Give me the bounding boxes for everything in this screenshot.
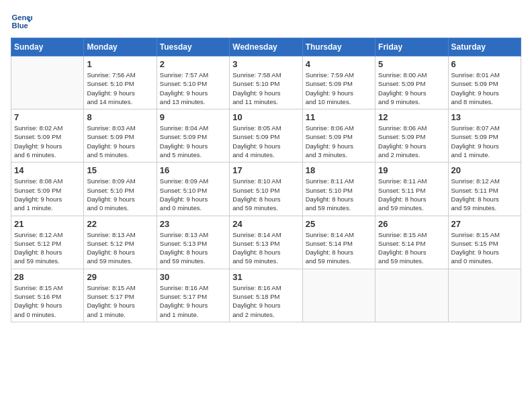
day-info: Sunrise: 8:15 AM Sunset: 5:15 PM Dayligh…: [451, 230, 518, 266]
calendar-cell: 13Sunrise: 8:07 AM Sunset: 5:09 PM Dayli…: [448, 109, 521, 163]
calendar-cell: [302, 269, 375, 322]
day-header-sunday: Sunday: [11, 38, 84, 56]
calendar-cell: 19Sunrise: 8:11 AM Sunset: 5:11 PM Dayli…: [375, 163, 448, 216]
calendar-cell: 16Sunrise: 8:09 AM Sunset: 5:10 PM Dayli…: [157, 163, 229, 216]
calendar-cell: 3Sunrise: 7:58 AM Sunset: 5:10 PM Daylig…: [230, 56, 302, 109]
day-info: Sunrise: 8:09 AM Sunset: 5:10 PM Dayligh…: [87, 177, 153, 212]
page-header: General Blue: [11, 11, 521, 32]
calendar-cell: 31Sunrise: 8:16 AM Sunset: 5:18 PM Dayli…: [230, 269, 302, 322]
calendar-cell: 10Sunrise: 8:05 AM Sunset: 5:09 PM Dayli…: [230, 109, 302, 163]
day-info: Sunrise: 7:59 AM Sunset: 5:09 PM Dayligh…: [306, 71, 372, 106]
day-header-saturday: Saturday: [448, 38, 521, 56]
day-info: Sunrise: 7:56 AM Sunset: 5:10 PM Dayligh…: [87, 71, 153, 106]
day-info: Sunrise: 8:16 AM Sunset: 5:18 PM Dayligh…: [232, 283, 299, 319]
day-number: 2: [160, 59, 226, 69]
day-number: 24: [232, 219, 299, 229]
calendar-cell: [11, 56, 84, 109]
day-info: Sunrise: 8:15 AM Sunset: 5:14 PM Dayligh…: [378, 230, 445, 266]
day-number: 19: [378, 165, 445, 175]
day-number: 5: [378, 59, 445, 69]
calendar-cell: 24Sunrise: 8:14 AM Sunset: 5:13 PM Dayli…: [230, 216, 302, 269]
calendar-cell: 29Sunrise: 8:15 AM Sunset: 5:17 PM Dayli…: [84, 269, 157, 322]
day-number: 27: [451, 219, 518, 229]
day-info: Sunrise: 8:03 AM Sunset: 5:09 PM Dayligh…: [87, 124, 153, 159]
day-info: Sunrise: 8:11 AM Sunset: 5:11 PM Dayligh…: [378, 177, 445, 212]
day-info: Sunrise: 8:05 AM Sunset: 5:09 PM Dayligh…: [232, 124, 299, 159]
day-number: 1: [87, 59, 153, 69]
day-info: Sunrise: 8:02 AM Sunset: 5:09 PM Dayligh…: [14, 124, 81, 159]
calendar-week-row: 21Sunrise: 8:12 AM Sunset: 5:12 PM Dayli…: [11, 216, 521, 269]
day-info: Sunrise: 8:07 AM Sunset: 5:09 PM Dayligh…: [451, 124, 518, 159]
calendar-cell: 21Sunrise: 8:12 AM Sunset: 5:12 PM Dayli…: [11, 216, 84, 269]
calendar-cell: 9Sunrise: 8:04 AM Sunset: 5:09 PM Daylig…: [157, 109, 229, 163]
calendar-cell: 28Sunrise: 8:15 AM Sunset: 5:16 PM Dayli…: [11, 269, 84, 322]
calendar-cell: 8Sunrise: 8:03 AM Sunset: 5:09 PM Daylig…: [84, 109, 157, 163]
calendar-cell: 26Sunrise: 8:15 AM Sunset: 5:14 PM Dayli…: [375, 216, 448, 269]
day-info: Sunrise: 8:11 AM Sunset: 5:10 PM Dayligh…: [306, 177, 372, 212]
calendar-cell: 2Sunrise: 7:57 AM Sunset: 5:10 PM Daylig…: [157, 56, 229, 109]
calendar-cell: 25Sunrise: 8:14 AM Sunset: 5:14 PM Dayli…: [302, 216, 375, 269]
day-number: 12: [378, 112, 445, 122]
day-info: Sunrise: 8:06 AM Sunset: 5:09 PM Dayligh…: [306, 124, 372, 159]
day-number: 17: [232, 165, 299, 175]
day-info: Sunrise: 8:16 AM Sunset: 5:17 PM Dayligh…: [160, 283, 226, 319]
calendar-cell: 23Sunrise: 8:13 AM Sunset: 5:13 PM Dayli…: [157, 216, 229, 269]
calendar-cell: 15Sunrise: 8:09 AM Sunset: 5:10 PM Dayli…: [84, 163, 157, 216]
day-number: 22: [87, 219, 153, 229]
calendar-cell: 30Sunrise: 8:16 AM Sunset: 5:17 PM Dayli…: [157, 269, 229, 322]
calendar-cell: 12Sunrise: 8:06 AM Sunset: 5:09 PM Dayli…: [375, 109, 448, 163]
day-number: 25: [306, 219, 372, 229]
calendar-cell: [375, 269, 448, 322]
day-info: Sunrise: 8:13 AM Sunset: 5:12 PM Dayligh…: [87, 230, 153, 266]
day-number: 4: [306, 59, 372, 69]
day-number: 23: [160, 219, 226, 229]
day-number: 26: [378, 219, 445, 229]
day-number: 29: [87, 272, 153, 282]
day-number: 28: [14, 272, 81, 282]
day-info: Sunrise: 8:04 AM Sunset: 5:09 PM Dayligh…: [160, 124, 226, 159]
calendar-cell: 7Sunrise: 8:02 AM Sunset: 5:09 PM Daylig…: [11, 109, 84, 163]
calendar-cell: 20Sunrise: 8:12 AM Sunset: 5:11 PM Dayli…: [448, 163, 521, 216]
calendar-table: SundayMondayTuesdayWednesdayThursdayFrid…: [11, 38, 521, 322]
day-number: 14: [14, 165, 81, 175]
calendar-week-row: 1Sunrise: 7:56 AM Sunset: 5:10 PM Daylig…: [11, 56, 521, 109]
day-number: 10: [232, 112, 299, 122]
calendar-header-row: SundayMondayTuesdayWednesdayThursdayFrid…: [11, 38, 521, 56]
day-number: 16: [160, 165, 226, 175]
day-number: 7: [14, 112, 81, 122]
day-info: Sunrise: 7:58 AM Sunset: 5:10 PM Dayligh…: [232, 71, 299, 106]
day-number: 30: [160, 272, 226, 282]
logo: General Blue: [11, 11, 35, 32]
calendar-cell: 17Sunrise: 8:10 AM Sunset: 5:10 PM Dayli…: [230, 163, 302, 216]
day-info: Sunrise: 8:12 AM Sunset: 5:11 PM Dayligh…: [451, 177, 518, 212]
svg-text:Blue: Blue: [12, 21, 28, 30]
calendar-cell: 1Sunrise: 7:56 AM Sunset: 5:10 PM Daylig…: [84, 56, 157, 109]
calendar-cell: [448, 269, 521, 322]
calendar-cell: 11Sunrise: 8:06 AM Sunset: 5:09 PM Dayli…: [302, 109, 375, 163]
day-info: Sunrise: 8:15 AM Sunset: 5:17 PM Dayligh…: [87, 283, 153, 319]
day-number: 15: [87, 165, 153, 175]
day-number: 31: [232, 272, 299, 282]
day-header-friday: Friday: [375, 38, 448, 56]
day-info: Sunrise: 8:09 AM Sunset: 5:10 PM Dayligh…: [160, 177, 226, 212]
day-number: 11: [306, 112, 372, 122]
day-header-tuesday: Tuesday: [157, 38, 229, 56]
logo-icon: General Blue: [11, 11, 32, 32]
calendar-cell: 4Sunrise: 7:59 AM Sunset: 5:09 PM Daylig…: [302, 56, 375, 109]
day-header-thursday: Thursday: [302, 38, 375, 56]
calendar-cell: 5Sunrise: 8:00 AM Sunset: 5:09 PM Daylig…: [375, 56, 448, 109]
day-number: 3: [232, 59, 299, 69]
day-info: Sunrise: 8:13 AM Sunset: 5:13 PM Dayligh…: [160, 230, 226, 266]
day-info: Sunrise: 8:12 AM Sunset: 5:12 PM Dayligh…: [14, 230, 81, 266]
day-number: 21: [14, 219, 81, 229]
day-header-wednesday: Wednesday: [230, 38, 302, 56]
day-number: 18: [306, 165, 372, 175]
calendar-cell: 22Sunrise: 8:13 AM Sunset: 5:12 PM Dayli…: [84, 216, 157, 269]
day-number: 6: [451, 59, 518, 69]
calendar-week-row: 28Sunrise: 8:15 AM Sunset: 5:16 PM Dayli…: [11, 269, 521, 322]
calendar-week-row: 7Sunrise: 8:02 AM Sunset: 5:09 PM Daylig…: [11, 109, 521, 163]
day-header-monday: Monday: [84, 38, 157, 56]
calendar-cell: 6Sunrise: 8:01 AM Sunset: 5:09 PM Daylig…: [448, 56, 521, 109]
calendar-cell: 14Sunrise: 8:08 AM Sunset: 5:09 PM Dayli…: [11, 163, 84, 216]
day-number: 8: [87, 112, 153, 122]
